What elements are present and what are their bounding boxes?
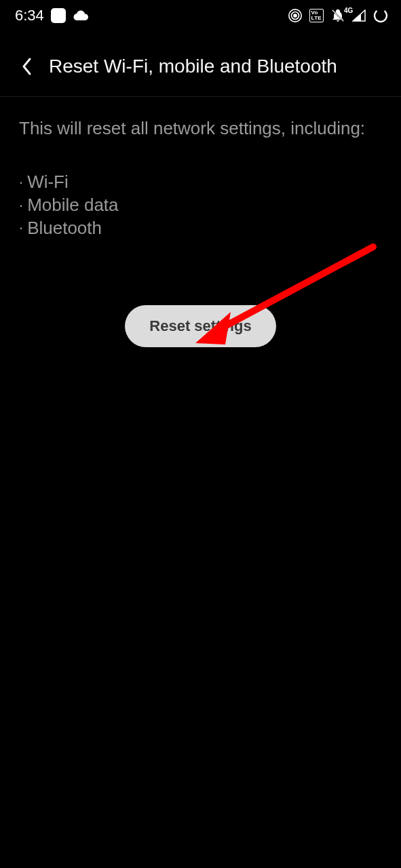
bullet-icon: ·: [19, 173, 23, 193]
cloud-icon: [73, 10, 89, 21]
bullet-icon: ·: [19, 196, 23, 216]
button-row: Reset settings: [19, 305, 382, 347]
svg-point-0: [294, 14, 297, 17]
reset-items-list: ·Wi-Fi ·Mobile data ·Bluetooth: [19, 171, 382, 239]
network-type-label: 4G: [344, 7, 353, 14]
svg-point-5: [373, 7, 389, 24]
reset-settings-button[interactable]: Reset settings: [125, 305, 275, 347]
status-right: VoLTE 4G: [288, 7, 389, 24]
list-item-label: Mobile data: [27, 194, 118, 217]
reset-description-block: This will reset all network settings, in…: [0, 97, 401, 347]
status-left: 6:34: [15, 7, 89, 24]
bullet-icon: ·: [19, 218, 23, 238]
list-item: ·Mobile data: [19, 194, 382, 217]
back-button[interactable]: [20, 56, 34, 77]
list-item-label: Bluetooth: [27, 217, 102, 240]
loading-spinner-icon: [373, 7, 389, 24]
description-text: This will reset all network settings, in…: [19, 117, 382, 140]
list-item: ·Wi-Fi: [19, 171, 382, 194]
signal-icon: 4G: [352, 9, 366, 22]
clock: 6:34: [15, 7, 44, 24]
volte-icon: VoLTE: [309, 9, 324, 22]
hotspot-icon: [288, 8, 303, 23]
status-bar: 6:34 VoLTE 4G: [0, 0, 401, 28]
page-title: Reset Wi-Fi, mobile and Bluetooth: [49, 56, 337, 77]
list-item: ·Bluetooth: [19, 217, 382, 240]
page-header: Reset Wi-Fi, mobile and Bluetooth: [0, 28, 401, 97]
app-indicator-icon: [51, 8, 66, 23]
list-item-label: Wi-Fi: [27, 171, 69, 194]
mute-icon: [330, 8, 345, 23]
